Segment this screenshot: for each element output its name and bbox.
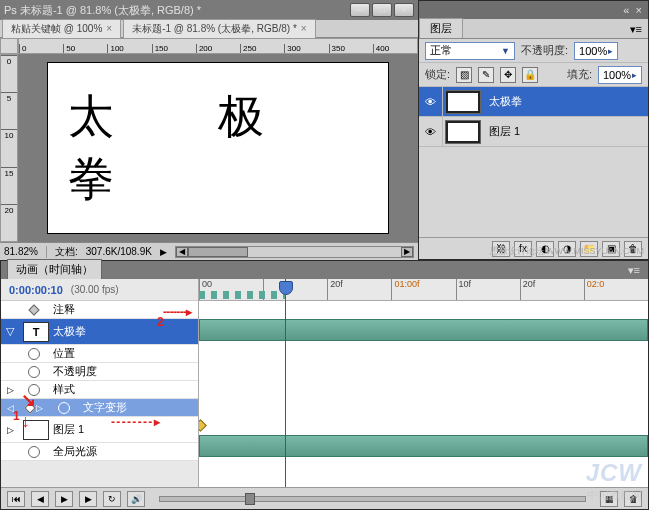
timeline-zoom-slider[interactable] — [159, 496, 586, 502]
timeline-footer: ⏮ ◀ ▶ ▶ ↻ 🔊 ▦ 🗑 — [1, 487, 648, 509]
fps-display[interactable]: (30.00 fps) — [71, 284, 119, 295]
timeline-layer-thumbnail: T — [23, 322, 49, 342]
stopwatch-icon[interactable] — [28, 446, 40, 458]
scroll-right-icon[interactable]: ▶ — [401, 247, 413, 257]
document-tab-2[interactable]: 未标题-1 @ 81.8% (太极拳, RGB/8) *× — [123, 19, 315, 38]
panel-menu-icon[interactable]: ▾≡ — [624, 21, 648, 38]
maximize-button[interactable]: □ — [372, 3, 392, 17]
scrollbar-horizontal[interactable]: ◀ ▶ — [175, 246, 414, 258]
stopwatch-icon[interactable] — [58, 402, 70, 414]
timeline-tracks-area[interactable]: 00 20f 01:00f 10f 20f 02:0 — [199, 279, 648, 487]
lock-transparency-icon[interactable]: ▨ — [456, 67, 472, 83]
panel-header[interactable]: « × — [419, 1, 648, 19]
timeline-panel: 动画（时间轴） ▾≡ 0:00:00:10 (30.00 fps) 注释 ▽ T… — [0, 260, 649, 510]
lock-all-icon[interactable]: 🔒 — [522, 67, 538, 83]
opacity-label: 不透明度: — [521, 43, 568, 58]
document-window: Ps 未标题-1 @ 81.8% (太极拳, RGB/8) * ─ □ × 粘贴… — [0, 0, 418, 260]
keyframe-nav-icon[interactable] — [24, 402, 35, 413]
layer-thumbnail[interactable] — [445, 120, 481, 144]
layers-list: 👁 T 太极拳 👁 图层 1 — [419, 87, 648, 237]
property-global-light[interactable]: 全局光源 — [1, 443, 198, 461]
timeline-layer-row[interactable]: ▷ 图层 1 — [1, 417, 198, 443]
close-icon[interactable]: × — [106, 23, 112, 34]
tab-animation-timeline[interactable]: 动画（时间轴） — [7, 259, 102, 279]
property-style[interactable]: ▷ 样式 — [1, 381, 198, 399]
close-icon[interactable]: × — [301, 23, 307, 34]
scroll-left-icon[interactable]: ◀ — [176, 247, 188, 257]
status-bar: 81.82% 文档: 307.6K/108.9K ▶ ◀ ▶ — [0, 242, 418, 260]
next-frame-button[interactable]: ▶ — [79, 491, 97, 507]
visibility-icon[interactable]: 👁 — [425, 96, 436, 108]
layer-duration-bar[interactable] — [199, 435, 648, 457]
expand-icon[interactable]: ▷ — [7, 385, 14, 395]
fill-label: 填充: — [567, 67, 592, 82]
property-text-warp[interactable]: ◁ ▷ 文字变形 — [1, 399, 198, 417]
stopwatch-icon[interactable] — [28, 348, 40, 360]
close-button[interactable]: × — [394, 3, 414, 17]
keyframe-marker[interactable] — [199, 419, 207, 432]
fill-input[interactable]: 100%▸ — [598, 66, 642, 84]
lock-label: 锁定: — [425, 67, 450, 82]
lock-pixels-icon[interactable]: ✎ — [478, 67, 494, 83]
document-tabs: 粘贴关键帧 @ 100%× 未标题-1 @ 81.8% (太极拳, RGB/8)… — [0, 20, 418, 38]
expand-icon[interactable]: ▷ — [7, 425, 14, 435]
document-tab-1[interactable]: 粘贴关键帧 @ 100%× — [2, 19, 121, 38]
chevron-down-icon: ▼ — [501, 46, 510, 56]
watermark-text: 思缘设计论坛 WWW.MISSYUAN.COM — [490, 245, 645, 258]
lock-position-icon[interactable]: ✥ — [500, 67, 516, 83]
expand-icon[interactable]: ▽ — [6, 325, 14, 338]
playhead-handle[interactable] — [279, 281, 293, 295]
app-icon: Ps — [4, 4, 17, 16]
loop-button[interactable]: ↻ — [103, 491, 121, 507]
layer-thumbnail[interactable]: T — [445, 90, 481, 114]
work-area-bar[interactable] — [199, 291, 285, 299]
layer-duration-bar[interactable] — [199, 319, 648, 341]
close-icon[interactable]: × — [636, 4, 642, 16]
audio-button[interactable]: 🔊 — [127, 491, 145, 507]
current-time[interactable]: 0:00:00:10 — [9, 284, 63, 296]
scrollbar-thumb[interactable] — [188, 247, 248, 257]
visibility-icon[interactable]: 👁 — [425, 126, 436, 138]
stopwatch-icon[interactable] — [28, 366, 40, 378]
layer-row[interactable]: 👁 图层 1 — [419, 117, 648, 147]
property-position[interactable]: 位置 — [1, 345, 198, 363]
window-titlebar[interactable]: Ps 未标题-1 @ 81.8% (太极拳, RGB/8) * ─ □ × — [0, 0, 418, 20]
layer-name[interactable]: 图层 1 — [483, 124, 526, 139]
timeline-layer-row[interactable]: ▽ T太极拳 — [1, 319, 198, 345]
zoom-level[interactable]: 81.82% — [4, 246, 38, 257]
ruler-origin[interactable] — [0, 38, 18, 54]
keyframe-icon[interactable] — [28, 304, 39, 315]
watermark-text: 中国教程网 — [587, 488, 642, 503]
stopwatch-icon[interactable] — [28, 384, 40, 396]
comments-track[interactable]: 注释 — [1, 301, 198, 319]
slider-thumb[interactable] — [245, 493, 255, 505]
layers-panel: « × 图层 ▾≡ 正常▼ 不透明度: 100%▸ — [418, 0, 649, 260]
blend-mode-select[interactable]: 正常▼ — [425, 42, 515, 60]
property-opacity[interactable]: 不透明度 — [1, 363, 198, 381]
ruler-horizontal[interactable]: 050100150200250300350400 — [18, 38, 418, 54]
watermark-logo: JCW — [586, 459, 642, 487]
opacity-input[interactable]: 100%▸ — [574, 42, 618, 60]
prev-frame-button[interactable]: ◀ — [31, 491, 49, 507]
doc-size-label: 文档: — [55, 245, 78, 259]
ruler-vertical[interactable]: 05101520 — [0, 54, 18, 242]
doc-size-value: 307.6K/108.9K — [86, 246, 152, 257]
panel-menu-icon[interactable]: ▾≡ — [620, 262, 648, 279]
canvas-viewport[interactable]: 太 极 拳 — [18, 54, 418, 242]
canvas-text-layer[interactable]: 太 极 拳 — [68, 86, 408, 210]
timeline-ruler[interactable]: 00 20f 01:00f 10f 20f 02:0 — [199, 279, 648, 301]
timeline-layer-thumbnail — [23, 420, 49, 440]
window-title: 未标题-1 @ 81.8% (太极拳, RGB/8) * — [20, 3, 201, 18]
info-menu-icon[interactable]: ▶ — [160, 247, 167, 257]
timeline-header-left: 0:00:00:10 (30.00 fps) — [1, 279, 198, 301]
playhead-line[interactable] — [285, 279, 286, 487]
play-button[interactable]: ▶ — [55, 491, 73, 507]
collapse-icon[interactable]: « — [623, 4, 629, 16]
layer-row[interactable]: 👁 T 太极拳 — [419, 87, 648, 117]
rewind-button[interactable]: ⏮ — [7, 491, 25, 507]
tab-layers[interactable]: 图层 — [419, 18, 463, 38]
layer-name[interactable]: 太极拳 — [483, 94, 528, 109]
canvas[interactable]: 太 极 拳 — [48, 63, 388, 233]
minimize-button[interactable]: ─ — [350, 3, 370, 17]
